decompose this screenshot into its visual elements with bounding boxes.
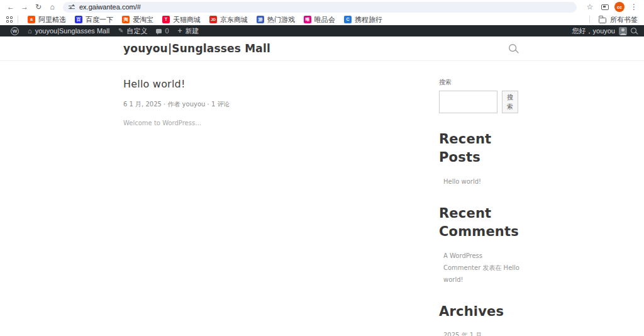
post-excerpt: Welcome to WordPress… (123, 120, 414, 126)
bookmark-label: 携程旅行 (355, 15, 382, 25)
main-content: Hello world! 6 1 月, 2025 · 作者 youyou · 1… (123, 61, 521, 336)
sidebar-widget: Recent PostsHello world! (439, 130, 521, 188)
customize-label: 自定义 (126, 26, 147, 36)
admin-greeting[interactable]: 您好，youyou (572, 26, 615, 36)
wp-logo-menu[interactable]: W (6, 25, 23, 36)
bookmark-favicon: JD (209, 16, 217, 23)
admin-site-name[interactable]: ⌂ youyou|Sunglasses Mall (23, 25, 114, 36)
bookmark-favicon: 百 (75, 16, 82, 23)
bookmark-item[interactable]: 淘爱淘宝 (118, 14, 158, 25)
widget-link[interactable]: 2025 年 1 月 (443, 332, 482, 336)
site-header: youyou|Sunglasses Mall (0, 36, 644, 61)
profile-avatar[interactable]: cc (614, 2, 625, 12)
bookmark-label: 天猫商城 (173, 15, 201, 25)
widget-list: Hello world! (439, 176, 521, 188)
reload-icon[interactable]: ↻ (33, 1, 44, 13)
divider (589, 16, 590, 23)
sidebar: 搜索 搜 索 Recent PostsHello world!Recent Co… (439, 78, 521, 336)
bookmark-favicon: 唯 (304, 16, 311, 23)
pencil-icon: ✎ (118, 28, 123, 34)
media-control-icon[interactable] (601, 4, 609, 10)
search-submit-button[interactable]: 搜 索 (502, 91, 518, 113)
browser-actions: ☆ cc ⋮ (584, 1, 639, 13)
address-bar[interactable]: ex.gaiwantea.com/# (63, 2, 577, 13)
widget-title: Recent Comments (439, 204, 521, 242)
forward-icon[interactable]: → (19, 1, 30, 13)
bookmark-item[interactable]: JD京东商城 (205, 14, 252, 25)
bookmark-favicon: 淘 (122, 16, 130, 23)
admin-site-name-label: youyou|Sunglasses Mall (35, 27, 109, 35)
widget-list: A WordPress Commenter 发表在 Hello world! (439, 250, 521, 286)
widget-list-item: 2025 年 1 月 (443, 329, 521, 336)
bookmark-item[interactable]: 游热门游戏 (252, 14, 299, 25)
widget-title: Archives (439, 303, 521, 321)
admin-search-icon[interactable] (631, 28, 638, 35)
bookmark-label: 阿里精选 (38, 15, 66, 25)
post-meta: 6 1 月, 2025 · 作者 youyou · 1 评论 (123, 100, 414, 109)
header-search-icon[interactable] (509, 44, 518, 53)
new-content-button[interactable]: + 新建 (174, 25, 204, 36)
bookmark-favicon: T (162, 16, 170, 23)
home-icon[interactable]: ⌂ (47, 1, 58, 13)
bookmarks-bar: a阿里精选百百度一下淘爱淘宝T天猫商城JD京东商城游热门游戏唯唯品会C携程旅行 … (0, 14, 644, 25)
bookmark-favicon: 游 (257, 16, 264, 23)
widget-list-item: Hello world! (443, 176, 521, 188)
new-label: 新建 (186, 26, 199, 36)
post-title-link[interactable]: Hello world! (123, 78, 414, 90)
apps-grid-icon[interactable] (6, 16, 13, 23)
bookmark-favicon: a (28, 16, 35, 23)
post-article: Hello world! 6 1 月, 2025 · 作者 youyou · 1… (123, 78, 439, 336)
widget-list-item: A WordPress Commenter 发表在 Hello world! (443, 250, 521, 286)
widget-list: 2025 年 1 月 (439, 329, 521, 336)
plus-icon: + (178, 27, 182, 35)
all-bookmarks-label[interactable]: 所有书签 (610, 15, 638, 25)
site-settings-icon[interactable] (69, 4, 75, 9)
bookmark-item[interactable]: T天猫商城 (158, 14, 205, 25)
comment-bubble-icon (156, 29, 162, 33)
bookmark-label: 京东商城 (220, 15, 248, 25)
wordpress-logo-icon: W (11, 27, 19, 35)
search-input[interactable] (439, 91, 497, 113)
bookmark-item[interactable]: 百百度一下 (70, 14, 118, 25)
browser-toolbar: ← → ↻ ⌂ ex.gaiwantea.com/# ☆ cc ⋮ (0, 0, 644, 14)
search-widget-label: 搜索 (439, 78, 521, 87)
bookmark-label: 百度一下 (86, 15, 113, 25)
bookmark-star-icon[interactable]: ☆ (584, 1, 596, 13)
bookmark-item[interactable]: 唯唯品会 (299, 14, 340, 25)
sidebar-widget: Archives2025 年 1 月 (439, 303, 521, 336)
bookmark-label: 唯品会 (314, 15, 335, 25)
url-text[interactable]: ex.gaiwantea.com/# (79, 3, 141, 11)
sidebar-widget: Recent CommentsA WordPress Commenter 发表在… (439, 204, 521, 286)
widget-link[interactable]: A WordPress Commenter 发表在 Hello world! (443, 252, 519, 283)
back-icon[interactable]: ← (5, 1, 16, 13)
user-avatar[interactable] (619, 27, 627, 35)
bookmark-label: 热门游戏 (267, 15, 295, 25)
bookmark-favicon: C (344, 16, 352, 23)
all-bookmarks[interactable]: 所有书签 (589, 15, 638, 25)
wp-admin-bar: W ⌂ youyou|Sunglasses Mall ✎ 自定义 0 + 新建 … (0, 25, 644, 36)
customize-button[interactable]: ✎ 自定义 (114, 25, 152, 36)
bookmark-label: 爱淘宝 (133, 15, 153, 25)
menu-dots-icon[interactable]: ⋮ (630, 3, 638, 11)
widget-title: Recent Posts (439, 130, 521, 167)
bookmark-item[interactable]: C携程旅行 (340, 14, 387, 25)
comments-button[interactable]: 0 (152, 25, 173, 36)
home-icon: ⌂ (28, 28, 32, 35)
comment-count: 0 (165, 27, 169, 35)
sidebar-widgets: Recent PostsHello world!Recent CommentsA… (439, 130, 521, 336)
site-title[interactable]: youyou|Sunglasses Mall (123, 42, 270, 55)
bookmark-item[interactable]: a阿里精选 (23, 14, 70, 25)
folder-icon (599, 18, 606, 23)
divider (18, 16, 18, 23)
bookmarks-list: a阿里精选百百度一下淘爱淘宝T天猫商城JD京东商城游热门游戏唯唯品会C携程旅行 (23, 14, 387, 25)
widget-link[interactable]: Hello world! (443, 178, 481, 185)
